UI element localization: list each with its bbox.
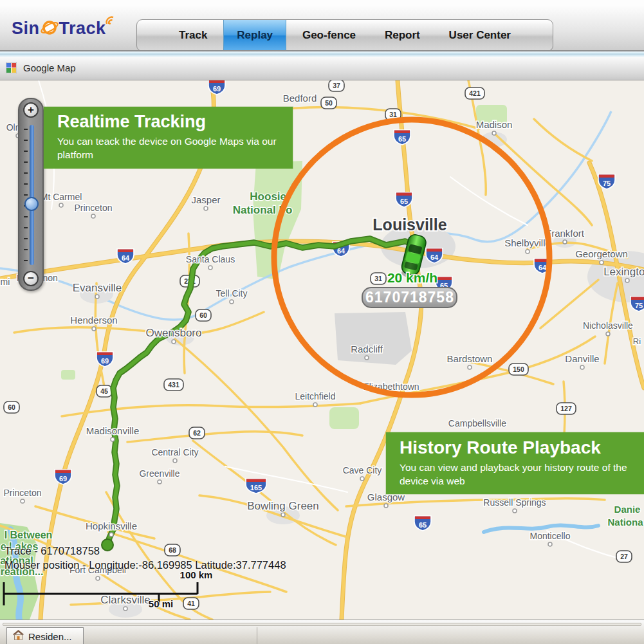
map-dot-nicholasville [606, 332, 610, 336]
map-dot-princeton [91, 214, 95, 218]
svg-text:69: 69 [59, 475, 67, 483]
svg-text:69: 69 [213, 85, 221, 93]
map-label-campbellsville: Campbellsville [448, 418, 506, 428]
trace-status-text: Trace - 6170718758 [5, 545, 100, 557]
map-dot-greenville [158, 480, 161, 484]
map-label-evansville: Evansville [73, 282, 122, 294]
map-label-santa-claus: Santa Claus [186, 254, 235, 264]
us-route-shield-41: 41 [183, 598, 199, 609]
map-dot-monticello [548, 542, 552, 546]
bottom-bar-divider [257, 627, 257, 644]
us-route-shield-37: 37 [329, 80, 344, 91]
main-nav: Track Replay Geo-fence Report User Cente… [136, 19, 553, 51]
svg-text:150: 150 [513, 365, 524, 373]
svg-text:27: 27 [620, 553, 628, 560]
svg-text:50: 50 [325, 99, 333, 107]
map-dot-hopkinsville [109, 533, 113, 537]
map-label-bedford: Bedford [283, 93, 317, 104]
map-label-georgetown: Georgetown [575, 248, 628, 259]
nav-tab-track[interactable]: Track [166, 20, 220, 51]
map-dot-owensboro [172, 340, 176, 344]
map-label-ri: Ri [633, 336, 641, 346]
zoom-in-button[interactable]: + [23, 102, 39, 118]
resident-tab-label: Residen... [28, 631, 72, 642]
realtime-tracking-banner: Realtime Tracking You can teack the devi… [44, 107, 293, 169]
map-area[interactable]: 6965656464646564757569691656537503142123… [0, 80, 644, 620]
svg-text:41: 41 [187, 600, 195, 607]
svg-text:431: 431 [168, 381, 179, 389]
map-dot-glasgow [384, 504, 388, 508]
resident-tab[interactable]: Residen... [6, 627, 84, 644]
map-label-clarksville: Clarksville [100, 594, 150, 606]
map-dot-radcliff [365, 356, 369, 360]
sinotrack-logo: Sin Track [12, 15, 116, 41]
map-dot-georgetown [600, 261, 603, 264]
map-label-leitchfield: Leitchfield [295, 391, 335, 401]
map-label-madison: Madison [476, 119, 513, 130]
interstate-shield-65: 65 [394, 130, 410, 145]
history-banner-title: History Route Playback [386, 432, 644, 459]
map-dot-madison [492, 131, 496, 135]
svg-text:60: 60 [8, 403, 15, 411]
us-route-shield-27: 27 [616, 551, 632, 562]
us-route-shield-421: 421 [465, 87, 484, 99]
map-region-label-danie: Danie [614, 504, 641, 515]
logo-text-sin: Sin [12, 19, 40, 39]
map-label-princeton: Princeton [74, 203, 112, 213]
nav-tab-report[interactable]: Report [372, 20, 433, 51]
map-zoom-slider[interactable]: + − [18, 98, 44, 291]
map-label-princeton: Princeton [3, 488, 41, 498]
map-dot-russell-springs [513, 509, 517, 513]
us-route-shield-62: 62 [189, 427, 205, 439]
map-label-central-city: Central City [151, 447, 198, 457]
map-dot-lexington [625, 279, 629, 282]
map-dot-bowling-green [281, 513, 285, 517]
interstate-shield-165: 165 [246, 479, 266, 493]
svg-text:421: 421 [469, 89, 481, 97]
speed-label: 20 km/h [387, 270, 437, 285]
logo-globe-icon [41, 16, 59, 41]
zoom-out-button[interactable]: − [23, 271, 39, 286]
map-dot-clarksville [124, 607, 127, 611]
map-dot-central-city [173, 459, 177, 463]
svg-text:37: 37 [333, 82, 340, 89]
zoom-slider-handle[interactable] [24, 197, 39, 211]
us-route-shield-31: 31 [371, 273, 386, 284]
us-route-shield-68: 68 [165, 544, 180, 556]
svg-text:65: 65 [419, 521, 427, 529]
map-dot-bardstown [468, 365, 472, 369]
map-label-cave-city: Cave City [343, 465, 382, 475]
device-id-pill[interactable]: 6170718758 [362, 288, 457, 308]
svg-text:62: 62 [193, 429, 201, 437]
map-dot-shelbyville [526, 250, 529, 253]
google-map-icon [6, 62, 17, 76]
svg-text:127: 127 [560, 405, 572, 412]
nav-tab-replay[interactable]: Replay [223, 20, 286, 51]
svg-text:69: 69 [101, 357, 109, 365]
house-icon [13, 630, 24, 643]
us-route-shield-431: 431 [164, 379, 183, 391]
realtime-banner-title: Realtime Tracking [44, 107, 293, 133]
map-label-tell-city: Tell City [216, 288, 247, 299]
zoom-slider-track[interactable] [30, 125, 34, 265]
map-label-nicholasville: Nicholasville [583, 320, 633, 331]
map-label-madisonville: Madisonville [86, 425, 140, 436]
us-route-shield-45: 45 [97, 385, 112, 397]
google-map-bar: Google Map [0, 57, 644, 80]
map-label-russell-springs: Russell Springs [483, 497, 546, 508]
nav-tab-user-center[interactable]: User Center [436, 20, 524, 51]
svg-text:165: 165 [250, 484, 262, 492]
map-label-danville: Danville [565, 353, 599, 364]
nav-tab-geo-fence[interactable]: Geo-fence [290, 20, 369, 51]
map-label-bardstown: Bardstown [447, 353, 493, 364]
zoom-slider-ticks [24, 129, 28, 261]
history-banner-subtitle: You can view and playback your history r… [386, 459, 644, 488]
app-header: Sin Track Track Replay Geo-fence Report … [0, 6, 644, 50]
map-label-shelbyville: Shelbyville [504, 237, 551, 248]
us-route-shield-150: 150 [509, 363, 528, 375]
map-dot-frankfort [563, 240, 567, 244]
svg-text:75: 75 [635, 302, 643, 309]
map-label-frankfort: Frankfort [546, 228, 585, 239]
map-label-mi: mi [1, 277, 10, 287]
map-label-lexington: Lexington [603, 266, 644, 278]
